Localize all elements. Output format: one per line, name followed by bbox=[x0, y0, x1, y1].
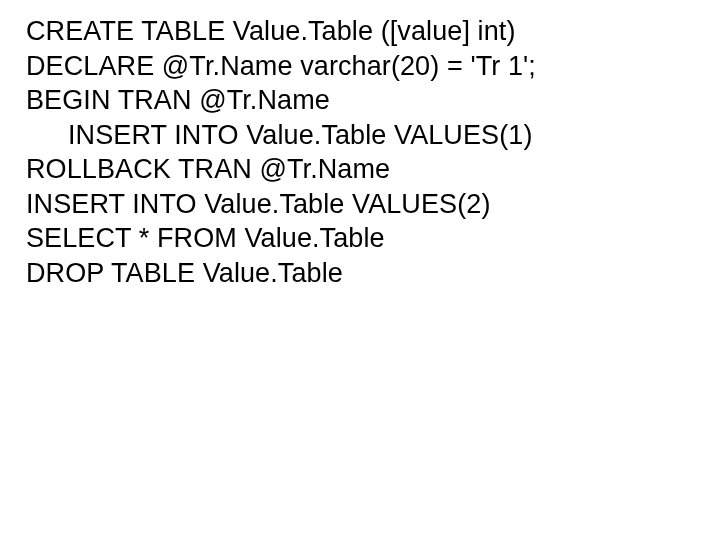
code-line: BEGIN TRAN @Tr.Name bbox=[26, 83, 720, 118]
code-line: ROLLBACK TRAN @Tr.Name bbox=[26, 152, 720, 187]
code-line: INSERT INTO Value.Table VALUES(1) bbox=[26, 118, 720, 153]
sql-code-block: CREATE TABLE Value.Table ([value] int) D… bbox=[26, 14, 720, 290]
slide-content: CREATE TABLE Value.Table ([value] int) D… bbox=[0, 0, 720, 540]
code-line: INSERT INTO Value.Table VALUES(2) bbox=[26, 187, 720, 222]
code-line: DROP TABLE Value.Table bbox=[26, 256, 720, 291]
code-line: DECLARE @Tr.Name varchar(20) = 'Tr 1'; bbox=[26, 49, 720, 84]
code-line: CREATE TABLE Value.Table ([value] int) bbox=[26, 14, 720, 49]
code-line: SELECT * FROM Value.Table bbox=[26, 221, 720, 256]
